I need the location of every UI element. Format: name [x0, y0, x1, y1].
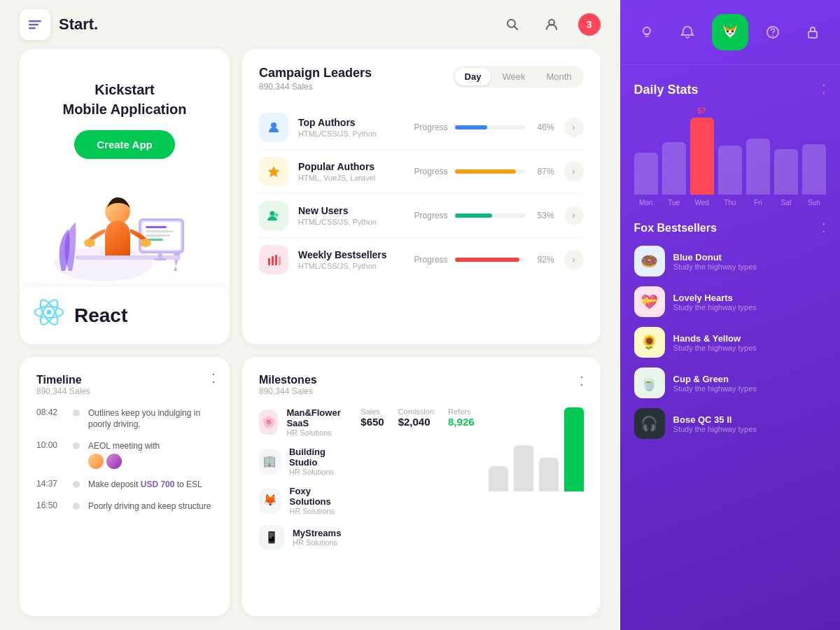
kickstart-card: Kickstart Mobile Application Create App — [20, 49, 230, 344]
svg-point-18 — [140, 239, 151, 247]
weekly-arrow[interactable]: › — [564, 250, 584, 270]
timeline-card: Timeline 890,344 Sales ⁚ 08:42 Outlines … — [20, 357, 230, 617]
logo-icon — [20, 9, 50, 40]
new-users-arrow[interactable]: › — [564, 206, 584, 225]
svg-point-17 — [84, 239, 95, 247]
milestone-row: 📱 MyStreams HR Solutions — [259, 525, 346, 550]
header-actions: 3 — [500, 12, 601, 37]
campaign-subtitle: 890,344 Sales — [259, 82, 372, 92]
bar-tue: - Tue — [662, 131, 686, 206]
svg-rect-1 — [29, 24, 38, 26]
tab-day[interactable]: Day — [455, 68, 491, 85]
kickstart-title: Kickstart Mobile Application — [62, 80, 186, 119]
popular-authors-progress: Progress 87% — [414, 167, 554, 176]
campaign-card: Campaign Leaders 890,344 Sales Day Week … — [242, 49, 601, 344]
notification-badge[interactable]: 3 — [578, 13, 601, 36]
timeline-subtitle: 890,344 Sales — [36, 386, 213, 396]
kickstart-illustration — [48, 173, 202, 285]
react-icon — [34, 297, 64, 335]
campaign-row-popular-authors: Popular Authors HTML, VueJS, Laravel Pro… — [259, 150, 584, 194]
tab-week[interactable]: Week — [492, 68, 535, 85]
nav-fox[interactable] — [712, 14, 748, 50]
timeline-item: 10:00 AEOL meeting with — [36, 440, 213, 469]
svg-point-35 — [772, 35, 774, 36]
svg-rect-12 — [146, 234, 170, 237]
fox-bestsellers-more[interactable]: ⁚ — [822, 220, 826, 236]
svg-rect-36 — [808, 31, 817, 38]
svg-point-33 — [732, 31, 734, 33]
popular-authors-info: Popular Authors HTML, VueJS, Laravel — [298, 161, 405, 182]
bar-thu: - Thu — [718, 134, 742, 206]
svg-rect-27 — [268, 258, 270, 265]
react-badge: React — [20, 287, 230, 344]
fox-bestsellers-title: Fox Bestsellers — [634, 222, 717, 234]
campaign-tabs: Day Week Month — [453, 66, 584, 88]
milestones-dots-menu[interactable]: ⁚ — [580, 374, 584, 389]
nav-question[interactable] — [757, 17, 788, 48]
stat-col-sales: Sales $650 - - - - - - — [360, 407, 384, 550]
milestones-subtitle: 890,344 Sales — [259, 386, 317, 396]
bestseller-img-lovely-hearts: 💝 — [634, 286, 665, 317]
logo-text: Start. — [59, 15, 98, 34]
bestseller-item-lovely-hearts: 💝 Lovely Hearts Study the highway types — [634, 286, 826, 317]
campaign-header: Campaign Leaders 890,344 Sales Day Week … — [259, 66, 584, 92]
bar-mon: - Mon — [634, 141, 658, 206]
daily-stats-more[interactable]: ⁚ — [822, 82, 826, 97]
weekly-progress: Progress 92% — [414, 255, 554, 265]
svg-point-25 — [270, 211, 275, 216]
stat-col-refers: Refers 8,926 — [448, 407, 475, 550]
react-label: React — [74, 304, 127, 327]
top-authors-info: Top Authors HTML/CSS/JS, Python — [298, 117, 405, 138]
create-app-button[interactable]: Create App — [74, 130, 174, 159]
milestone-row: 🏢 Building Studio HR Solutions — [259, 447, 346, 476]
daily-stats-header: Daily Stats ⁚ — [634, 82, 826, 97]
bar-sun: - Sun — [802, 133, 826, 206]
milestone-icon-building: 🏢 — [259, 449, 281, 474]
sidebar-content: Daily Stats ⁚ - Mon - Tue 57 Wed - — [620, 65, 840, 630]
nav-lightbulb[interactable] — [631, 17, 662, 48]
milestone-icon-flower: 🌸 — [259, 410, 278, 435]
svg-marker-24 — [268, 166, 280, 177]
header: Start. 3 — [0, 0, 620, 49]
campaign-row-top-authors: Top Authors HTML/CSS/JS, Python Progress… — [259, 106, 584, 150]
nav-lock[interactable] — [797, 17, 828, 48]
popular-authors-arrow[interactable]: › — [564, 162, 584, 181]
timeline-items: 08:42 Outlines keep you indulging in poo… — [36, 407, 213, 512]
milestone-list: 🌸 Man&Flower SaaS HR Solutions 🏢 Buildin… — [259, 407, 346, 550]
top-authors-arrow[interactable]: › — [564, 118, 584, 137]
milestone-stats: Sales $650 - - - - - - — [346, 407, 474, 550]
user-icon[interactable] — [539, 12, 564, 37]
svg-rect-15 — [154, 258, 167, 260]
bar-fri: - Fri — [746, 127, 770, 206]
bar-wed: 57 Wed — [690, 106, 714, 206]
daily-stats-title: Daily Stats — [634, 83, 699, 97]
timeline-title: Timeline — [36, 374, 213, 386]
search-icon[interactable] — [500, 12, 525, 37]
timeline-item: 08:42 Outlines keep you indulging in poo… — [36, 407, 213, 431]
milestone-icon-fox: 🦊 — [259, 488, 281, 513]
milestones-title: Milestones — [259, 374, 317, 386]
right-sidebar: Daily Stats ⁚ - Mon - Tue 57 Wed - — [620, 0, 840, 630]
svg-rect-2 — [29, 27, 36, 29]
top-authors-icon — [259, 113, 288, 142]
weekly-info: Weekly Bestsellers HTML/CSS/JS, Python — [298, 249, 405, 270]
new-users-progress: Progress 53% — [414, 211, 554, 220]
campaign-row-new-users: New Users HTML/CSS/JS, Python Progress 5… — [259, 194, 584, 238]
svg-rect-10 — [146, 226, 167, 228]
bestseller-img-hands-yellow: 🌻 — [634, 327, 665, 358]
campaign-title: Campaign Leaders — [259, 66, 372, 80]
svg-point-26 — [275, 214, 279, 217]
top-authors-progress-bar — [455, 125, 525, 130]
timeline-dots-menu[interactable]: ⁚ — [211, 371, 216, 386]
tab-month[interactable]: Month — [536, 68, 581, 85]
nav-alert[interactable] — [672, 17, 703, 48]
svg-rect-28 — [272, 256, 274, 265]
campaign-row-weekly: Weekly Bestsellers HTML/CSS/JS, Python P… — [259, 238, 584, 281]
milestone-header: Milestones 890,344 Sales ⁚ — [259, 374, 584, 396]
bestseller-img-cup-green: 🍵 — [634, 368, 665, 398]
popular-authors-icon — [259, 157, 288, 186]
bestseller-item-hands-yellow: 🌻 Hands & Yellow Study the highway types — [634, 327, 826, 358]
timeline-item: 14:37 Make deposit USD 700 to ESL — [36, 479, 213, 491]
svg-rect-29 — [275, 255, 277, 265]
svg-rect-0 — [29, 20, 41, 22]
